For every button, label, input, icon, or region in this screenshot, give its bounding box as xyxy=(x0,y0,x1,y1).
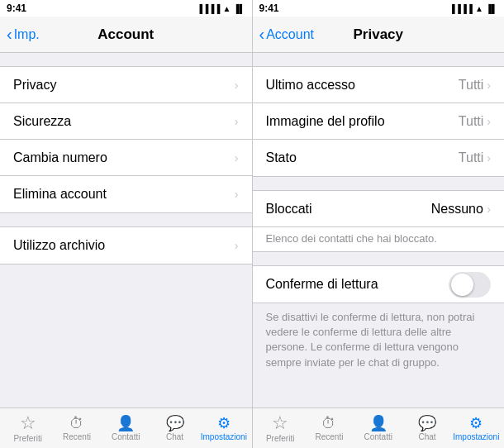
bloccati-label: Bloccati xyxy=(266,202,312,217)
account-screen: 9:41 ▐▐▐▐ ▲ ▐▌ ‹ Imp. Account Privacy › xyxy=(0,0,252,448)
ultimo-accesso-chevron: › xyxy=(487,79,491,92)
preferiti-icon-right: ☆ xyxy=(272,414,288,432)
sicurezza-item[interactable]: Sicurezza › xyxy=(0,103,252,140)
sicurezza-right: › xyxy=(235,115,239,128)
preferiti-label-right: Preferiti xyxy=(266,434,294,443)
tab-recenti-left[interactable]: ⏱ Recenti xyxy=(52,408,101,448)
bloccati-item[interactable]: Bloccati Nessuno › xyxy=(253,191,505,227)
utilizzo-archivio-item[interactable]: Utilizzo archivio › xyxy=(0,227,252,264)
conferme-list: Conferme di lettura xyxy=(253,265,505,303)
immagine-profilo-value: Tutti xyxy=(459,114,484,129)
immagine-profilo-label: Immagine del profilo xyxy=(266,114,385,129)
signal-icon-left: ▐▐▐▐ xyxy=(197,4,220,13)
utilizzo-archivio-right: › xyxy=(235,239,239,252)
impostazioni-icon-right: ⚙ xyxy=(469,416,483,431)
battery-icon-left: ▐▌ xyxy=(233,4,245,13)
time-right: 9:41 xyxy=(259,2,279,14)
stato-right: Tutti › xyxy=(459,150,491,165)
elimina-account-item[interactable]: Elimina account › xyxy=(0,176,252,212)
account-content: Privacy › Sicurezza › Cambia numero › xyxy=(0,53,252,407)
elimina-account-right: › xyxy=(235,188,239,201)
cambia-numero-label: Cambia numero xyxy=(13,150,107,165)
utilizzo-archivio-chevron: › xyxy=(235,239,239,252)
tab-recenti-right[interactable]: ⏱ Recenti xyxy=(305,408,354,448)
chat-icon-right: 💬 xyxy=(418,416,436,431)
tab-contatti-right[interactable]: 👤 Contatti xyxy=(354,408,402,448)
back-button-right[interactable]: ‹ Account xyxy=(259,26,314,42)
chat-icon-left: 💬 xyxy=(166,416,184,431)
status-icons-left: ▐▐▐▐ ▲ ▐▌ xyxy=(197,4,245,13)
immagine-profilo-right: Tutti › xyxy=(459,114,491,129)
wifi-icon-right: ▲ xyxy=(475,4,483,13)
bloccati-value: Nessuno xyxy=(431,202,483,216)
preferiti-label-left: Preferiti xyxy=(13,434,41,443)
privacy-right: › xyxy=(235,79,239,92)
account-archivio-section: Utilizzo archivio › xyxy=(0,226,252,265)
toggle-thumb xyxy=(451,274,473,296)
cambia-numero-item[interactable]: Cambia numero › xyxy=(0,140,252,176)
privacy-main-list: Ultimo accesso Tutti › Immagine del prof… xyxy=(253,66,505,177)
status-bar-right: 9:41 ▐▐▐▐ ▲ ▐▌ xyxy=(253,0,505,17)
privacy-chevron: › xyxy=(235,79,239,92)
conferme-toggle-container xyxy=(449,272,491,298)
contatti-icon-left: 👤 xyxy=(116,416,135,431)
battery-icon-right: ▐▌ xyxy=(486,4,497,13)
nav-bar-left: ‹ Imp. Account xyxy=(0,17,252,53)
privacy-label: Privacy xyxy=(13,78,56,93)
bloccati-section: Bloccati Nessuno › Elenco dei contatti c… xyxy=(253,190,505,252)
stato-item[interactable]: Stato Tutti › xyxy=(253,140,505,176)
immagine-profilo-chevron: › xyxy=(487,115,491,128)
tab-impostazioni-left[interactable]: ⚙ Impostazioni xyxy=(199,408,248,448)
back-chevron-right: ‹ xyxy=(259,26,265,42)
back-button-left[interactable]: ‹ Imp. xyxy=(7,26,40,42)
tab-contatti-left[interactable]: 👤 Contatti xyxy=(102,408,150,448)
ultimo-accesso-value: Tutti xyxy=(459,78,484,93)
tab-chat-left[interactable]: 💬 Chat xyxy=(150,408,199,448)
recenti-icon-right: ⏱ xyxy=(321,416,336,431)
cambia-numero-right: › xyxy=(235,151,239,164)
nav-title-right: Privacy xyxy=(354,26,404,43)
utilizzo-archivio-label: Utilizzo archivio xyxy=(13,238,105,253)
nav-title-left: Account xyxy=(97,26,154,43)
conferme-toggle[interactable] xyxy=(449,272,491,298)
nav-bar-right: ‹ Account Privacy xyxy=(253,17,505,53)
back-label-left: Imp. xyxy=(14,27,40,42)
ultimo-accesso-label: Ultimo accesso xyxy=(266,78,355,93)
tab-chat-right[interactable]: 💬 Chat xyxy=(402,408,451,448)
cambia-numero-chevron: › xyxy=(235,151,239,164)
back-label-right: Account xyxy=(266,27,314,42)
time-left: 9:41 xyxy=(7,2,26,14)
immagine-profilo-item[interactable]: Immagine del profilo Tutti › xyxy=(253,103,505,140)
impostazioni-label-right: Impostazioni xyxy=(453,432,499,441)
tab-impostazioni-right[interactable]: ⚙ Impostazioni xyxy=(452,408,501,448)
stato-value: Tutti xyxy=(459,150,484,165)
recenti-label-left: Recenti xyxy=(63,432,91,441)
privacy-screen: 9:41 ▐▐▐▐ ▲ ▐▌ ‹ Account Privacy Ultimo … xyxy=(253,0,505,448)
bloccati-chevron: › xyxy=(487,203,491,216)
ultimo-accesso-item[interactable]: Ultimo accesso Tutti › xyxy=(253,67,505,103)
recenti-label-right: Recenti xyxy=(315,432,343,441)
privacy-item[interactable]: Privacy › xyxy=(0,67,252,103)
elimina-account-label: Elimina account xyxy=(13,187,107,202)
tab-preferiti-left[interactable]: ☆ Preferiti xyxy=(3,408,52,448)
status-icons-right: ▐▐▐▐ ▲ ▐▌ xyxy=(449,4,497,13)
account-archivio-list: Utilizzo archivio › xyxy=(0,226,252,265)
stato-chevron: › xyxy=(487,151,491,164)
sicurezza-chevron: › xyxy=(235,115,239,128)
signal-icon-right: ▐▐▐▐ xyxy=(449,4,473,13)
impostazioni-icon-left: ⚙ xyxy=(217,416,231,431)
tab-preferiti-right[interactable]: ☆ Preferiti xyxy=(256,408,305,448)
conferme-item: Conferme di lettura xyxy=(253,266,505,303)
status-bar-left: 9:41 ▐▐▐▐ ▲ ▐▌ xyxy=(0,0,252,17)
sicurezza-label: Sicurezza xyxy=(13,114,71,129)
bloccati-right: Nessuno › xyxy=(431,202,491,217)
wifi-icon-left: ▲ xyxy=(222,4,231,13)
privacy-content: Ultimo accesso Tutti › Immagine del prof… xyxy=(253,53,505,407)
recenti-icon-left: ⏱ xyxy=(69,416,84,431)
tab-bar-right: ☆ Preferiti ⏱ Recenti 👤 Contatti 💬 Chat … xyxy=(253,407,505,448)
conferme-section: Conferme di lettura Se disattivi le conf… xyxy=(253,265,505,380)
contatti-label-right: Contatti xyxy=(364,432,392,441)
elimina-account-chevron: › xyxy=(235,188,239,201)
chat-label-left: Chat xyxy=(166,432,183,441)
contatti-label-left: Contatti xyxy=(112,432,140,441)
